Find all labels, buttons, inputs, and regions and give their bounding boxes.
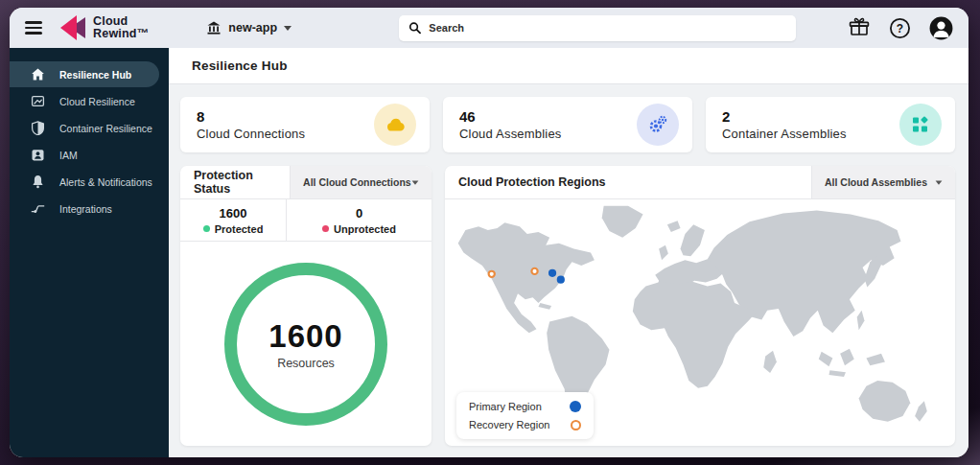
- region-marker-primary: [548, 269, 556, 277]
- page-header: Resilience Hub: [169, 48, 968, 84]
- chevron-down-icon: [936, 180, 943, 184]
- svg-text:?: ?: [897, 21, 903, 35]
- protected-dot-icon: [203, 225, 210, 232]
- rewind-logo-icon: [58, 12, 86, 43]
- resources-donut-chart: 1600 Resources: [224, 263, 387, 426]
- cloud-dashboard-icon: [31, 94, 45, 108]
- page-title: Resilience Hub: [192, 58, 288, 73]
- gears-icon: [637, 104, 679, 146]
- stat-card-container-assemblies[interactable]: 2 Container Assemblies: [706, 97, 955, 152]
- stat-card-cloud-assemblies[interactable]: 46 Cloud Assemblies: [443, 97, 692, 152]
- map-legend: Primary Region Recovery Region: [456, 392, 594, 439]
- protection-status-title: Protection Status: [180, 169, 290, 196]
- protection-status-panel: Protection Status All Cloud Connections …: [180, 166, 432, 446]
- cloud-protection-regions-title: Cloud Protection Regions: [445, 175, 605, 189]
- brand-name-line1: Cloud: [93, 15, 149, 29]
- stat-card-cloud-connections[interactable]: 8 Cloud Connections: [180, 97, 430, 152]
- stat-value: 2: [722, 108, 847, 125]
- search-box[interactable]: [399, 15, 796, 41]
- search-icon: [408, 21, 421, 35]
- sidebar-item-iam[interactable]: IAM: [10, 142, 169, 168]
- sidebar-item-resilience-hub[interactable]: Resilience Hub: [10, 61, 159, 87]
- stat-label: Cloud Connections: [197, 127, 305, 141]
- stat-value: 46: [459, 108, 562, 125]
- top-bar: Cloud Rewind™ new-app: [10, 8, 968, 48]
- organization-icon: [206, 20, 222, 35]
- app-window: Cloud Rewind™ new-app: [10, 8, 968, 457]
- app-switcher-label: new-app: [228, 21, 277, 35]
- sidebar-item-container-resilience[interactable]: Container Resilience: [10, 115, 169, 141]
- menu-icon[interactable]: [25, 18, 42, 36]
- cloud-icon: [374, 104, 416, 146]
- app-switcher[interactable]: new-app: [206, 20, 292, 35]
- help-icon[interactable]: ?: [889, 17, 911, 39]
- bell-icon: [31, 174, 45, 189]
- sidebar-item-label: Cloud Resilience: [59, 96, 135, 107]
- stat-value: 8: [197, 108, 305, 125]
- integration-icon: [31, 201, 45, 216]
- sidebar-item-alerts-notifications[interactable]: Alerts & Notifications: [10, 169, 169, 195]
- user-avatar[interactable]: [929, 16, 953, 40]
- whats-new-gift-icon[interactable]: [848, 16, 871, 39]
- sidebar-item-label: Alerts & Notifications: [59, 176, 152, 188]
- sidebar-item-label: IAM: [59, 150, 78, 161]
- chevron-down-icon: [412, 180, 419, 184]
- sidebar-item-label: Resilience Hub: [59, 69, 131, 81]
- cloud-protection-regions-panel: Cloud Protection Regions All Cloud Assem…: [445, 166, 955, 446]
- unprotected-stat: 0 Unprotected: [286, 199, 432, 241]
- brand-logo: Cloud Rewind™: [58, 12, 149, 43]
- chevron-down-icon: [284, 26, 292, 31]
- stat-label: Container Assemblies: [722, 127, 847, 141]
- cloud-assemblies-filter[interactable]: All Cloud Assemblies: [811, 166, 955, 198]
- primary-region-marker-icon: [570, 401, 581, 412]
- stat-label: Cloud Assemblies: [459, 127, 562, 141]
- cloud-connections-filter[interactable]: All Cloud Connections: [290, 166, 432, 198]
- home-icon: [31, 67, 45, 81]
- recovery-region-marker-icon: [571, 420, 581, 430]
- squares-icon: [899, 104, 942, 146]
- unprotected-dot-icon: [322, 225, 329, 232]
- protected-stat: 1600 Protected: [180, 199, 286, 241]
- brand-name-line2: Rewind™: [93, 28, 149, 41]
- user-badge-icon: [31, 148, 45, 162]
- sidebar-item-cloud-resilience[interactable]: Cloud Resilience: [10, 88, 169, 114]
- search-input[interactable]: [429, 22, 786, 34]
- sidebar: Resilience Hub Cloud Resilience: [10, 48, 169, 457]
- region-marker-recovery: [531, 268, 537, 274]
- region-marker-primary: [557, 276, 565, 284]
- shield-icon: [31, 121, 45, 135]
- sidebar-item-label: Container Resilience: [59, 123, 152, 134]
- sidebar-item-integrations[interactable]: Integrations: [10, 196, 169, 221]
- region-marker-recovery: [489, 271, 495, 277]
- sidebar-item-label: Integrations: [59, 203, 112, 215]
